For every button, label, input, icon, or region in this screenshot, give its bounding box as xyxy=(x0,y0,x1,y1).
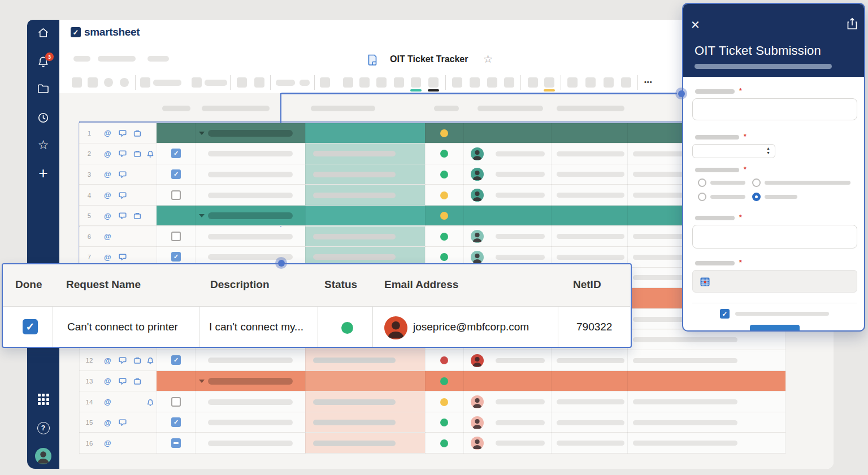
bell-icon[interactable] xyxy=(146,350,154,371)
done-checkbox-checked[interactable]: ✓ xyxy=(171,149,181,158)
status-dot-yellow[interactable] xyxy=(440,129,448,137)
box-icon[interactable] xyxy=(133,371,141,392)
create-plus-icon[interactable]: + xyxy=(27,164,59,182)
toolbar-button-placeholder[interactable] xyxy=(585,77,596,88)
collapse-arrow-icon[interactable] xyxy=(199,214,205,217)
chat-icon[interactable] xyxy=(119,185,127,206)
done-checkbox-unchecked[interactable] xyxy=(171,397,181,407)
callout-description[interactable]: I can't connect my... xyxy=(209,321,303,333)
box-icon[interactable] xyxy=(133,123,141,144)
submit-button[interactable] xyxy=(750,325,800,332)
form-text-input[interactable] xyxy=(692,98,857,120)
column-header-placeholder[interactable] xyxy=(162,106,190,111)
status-dot-green[interactable] xyxy=(440,377,448,385)
done-checkbox-indeterminate[interactable] xyxy=(171,438,181,448)
toolbar-more-icon[interactable]: ••• xyxy=(644,79,653,85)
share-icon[interactable] xyxy=(846,17,858,30)
grid-row[interactable]: 15@✓ xyxy=(79,412,785,433)
form-textarea[interactable] xyxy=(692,225,857,249)
chat-icon[interactable] xyxy=(119,143,127,164)
recents-clock-icon[interactable] xyxy=(27,112,59,124)
grid-row[interactable]: 14@ xyxy=(79,391,785,412)
folders-icon[interactable] xyxy=(27,84,59,94)
column-header-placeholder[interactable] xyxy=(478,106,543,111)
attachment-icon[interactable]: @ xyxy=(104,391,111,412)
form-radio-3[interactable] xyxy=(698,193,706,201)
column-header-placeholder[interactable] xyxy=(311,106,375,111)
grid-row[interactable]: 13@ xyxy=(79,371,785,392)
toolbar-button-placeholder[interactable] xyxy=(237,77,247,88)
callout-request-name[interactable]: Can't connect to printer xyxy=(67,321,178,333)
attachment-icon[interactable]: @ xyxy=(104,206,111,226)
chat-icon[interactable] xyxy=(119,123,127,144)
chat-icon[interactable] xyxy=(119,371,127,392)
done-checkbox-checked[interactable]: ✓ xyxy=(171,169,181,179)
attachment-icon[interactable]: @ xyxy=(104,185,111,206)
toolbar-button-placeholder[interactable] xyxy=(254,77,264,88)
box-icon[interactable] xyxy=(133,206,141,226)
attachment-icon[interactable]: @ xyxy=(104,412,111,433)
toolbar-button-placeholder[interactable] xyxy=(120,78,129,87)
collapse-arrow-icon[interactable] xyxy=(199,380,205,383)
breadcrumb-placeholder[interactable] xyxy=(73,56,90,62)
toolbar-button-placeholder[interactable] xyxy=(567,77,578,88)
chat-icon[interactable] xyxy=(119,412,127,433)
callout-done-checkbox[interactable]: ✓ xyxy=(23,319,38,334)
home-icon[interactable] xyxy=(27,27,59,38)
toolbar-button-placeholder[interactable] xyxy=(140,77,150,88)
toolbar-button-placeholder[interactable] xyxy=(104,78,113,87)
callout-status-dot[interactable] xyxy=(341,322,353,334)
breadcrumb-placeholder[interactable] xyxy=(147,56,169,62)
favorite-star-icon[interactable]: ☆ xyxy=(483,53,493,66)
close-icon[interactable]: ✕ xyxy=(691,18,700,32)
breadcrumb-placeholder[interactable] xyxy=(98,56,136,62)
toolbar-button-placeholder[interactable] xyxy=(504,77,514,88)
box-icon[interactable] xyxy=(133,350,141,371)
form-date-field[interactable] xyxy=(692,270,857,293)
toolbar-button-placeholder[interactable] xyxy=(621,77,631,88)
toolbar-control-placeholder[interactable] xyxy=(276,80,295,86)
toolbar-button-placeholder[interactable] xyxy=(320,77,330,88)
toolbar-button-placeholder[interactable] xyxy=(359,77,370,88)
toolbar-button-placeholder[interactable] xyxy=(376,77,387,88)
toolbar-control-placeholder[interactable] xyxy=(153,80,181,86)
callout-netid[interactable]: 790322 xyxy=(576,321,612,333)
attachment-icon[interactable]: @ xyxy=(104,371,111,392)
grid-row[interactable]: 6@ xyxy=(79,226,785,247)
toolbar-button-placeholder[interactable] xyxy=(604,77,614,88)
column-header-placeholder[interactable] xyxy=(434,106,459,111)
status-dot-green[interactable] xyxy=(440,233,448,241)
favorites-star-icon[interactable]: ☆ xyxy=(27,138,59,152)
collapse-arrow-icon[interactable] xyxy=(199,132,205,135)
notifications-bell-icon[interactable] xyxy=(27,55,59,67)
toolbar-button-placeholder[interactable] xyxy=(343,77,353,88)
chat-icon[interactable] xyxy=(119,350,127,371)
form-checkbox-checked[interactable]: ✓ xyxy=(720,309,730,319)
toolbar-button-placeholder[interactable] xyxy=(192,77,202,88)
attachment-icon[interactable]: @ xyxy=(104,164,111,185)
box-icon[interactable] xyxy=(133,143,141,164)
done-checkbox-unchecked[interactable] xyxy=(171,190,181,200)
bell-icon[interactable] xyxy=(146,143,154,164)
toolbar-button-placeholder[interactable] xyxy=(487,77,497,88)
status-dot-green[interactable] xyxy=(440,439,448,447)
chat-icon[interactable] xyxy=(119,206,127,226)
form-select[interactable]: ▲▼ xyxy=(692,144,775,158)
help-icon[interactable]: ? xyxy=(27,422,59,434)
bell-icon[interactable] xyxy=(146,391,154,412)
callout-email[interactable]: joseprice@mbfcorp.com xyxy=(413,321,529,333)
done-checkbox-checked[interactable]: ✓ xyxy=(171,417,181,427)
toolbar-button-placeholder[interactable] xyxy=(470,77,480,88)
toolbar-control-placeholder[interactable] xyxy=(205,80,227,86)
done-checkbox-checked[interactable]: ✓ xyxy=(171,252,181,262)
attachment-icon[interactable]: @ xyxy=(104,350,111,371)
toolbar-button-placeholder[interactable] xyxy=(411,77,421,88)
attachment-icon[interactable]: @ xyxy=(104,226,111,247)
chat-icon[interactable] xyxy=(119,164,127,185)
done-checkbox-unchecked[interactable] xyxy=(171,232,181,241)
toolbar-button-placeholder[interactable] xyxy=(452,77,462,88)
smartsheet-logo[interactable]: ✓ smartsheet xyxy=(71,25,140,39)
toolbar-button-placeholder[interactable] xyxy=(88,77,98,88)
attachment-icon[interactable]: @ xyxy=(104,123,111,144)
column-header-placeholder[interactable] xyxy=(202,106,270,111)
